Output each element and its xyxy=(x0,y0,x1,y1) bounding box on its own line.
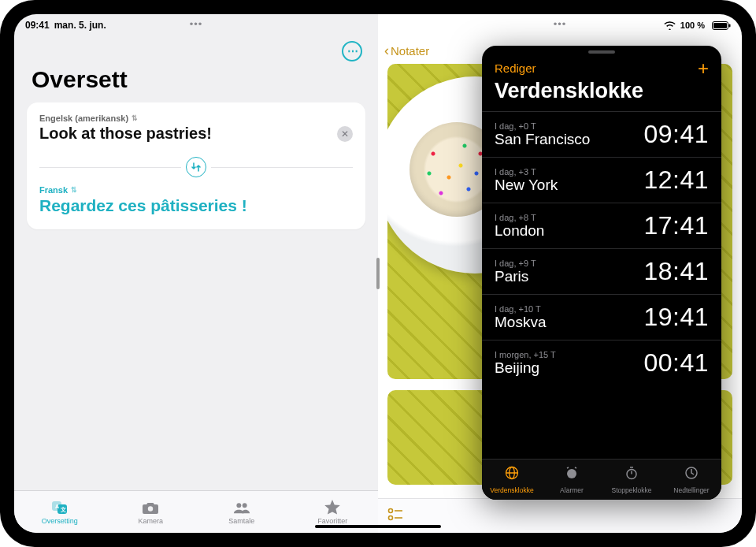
translate-card: Engelsk (amerikansk) ⇅ Look at those pas… xyxy=(27,102,365,229)
tab-translate[interactable]: A文 Oversetting xyxy=(14,491,106,533)
clock-meta: I dag, +9 T xyxy=(495,259,536,268)
clock-slideover: Rediger + Verdensklokke I dag, +0 T San … xyxy=(482,46,721,500)
tab-label: Alarmer xyxy=(560,486,584,494)
clock-time: 19:41 xyxy=(643,303,709,332)
checklist-icon[interactable] xyxy=(387,508,403,525)
world-clock-list[interactable]: I dag, +0 T San Francisco 09:41 I dag, +… xyxy=(482,111,721,459)
clock-city: San Francisco xyxy=(495,131,590,148)
svg-text:A: A xyxy=(55,504,59,509)
svg-point-12 xyxy=(389,515,393,519)
tab-label: Nedtellinger xyxy=(673,486,709,494)
split-view-handle[interactable] xyxy=(376,258,380,289)
camera-icon xyxy=(142,500,159,515)
svg-rect-1 xyxy=(713,23,727,28)
clock-meta: I dag, +0 T xyxy=(495,121,590,131)
screen: 09:41 man. 5. jun. 100 % ••• ⋯ Oversett xyxy=(14,14,742,533)
status-time: 09:41 xyxy=(25,20,50,31)
svg-point-17 xyxy=(567,469,576,478)
chevron-left-icon: ‹ xyxy=(384,43,389,59)
clock-meta: I morgen, +15 T xyxy=(495,350,556,359)
tab-timer[interactable]: Nedtellinger xyxy=(662,460,721,500)
tab-conversation[interactable]: Samtale xyxy=(196,491,287,533)
clock-time: 09:41 xyxy=(643,120,709,149)
multitask-dots-icon[interactable]: ••• xyxy=(190,18,203,30)
notes-back-label: Notater xyxy=(391,44,429,58)
clock-row[interactable]: I morgen, +15 T Beijing 00:41 xyxy=(482,340,721,385)
alarm-icon xyxy=(565,466,579,484)
tab-label: Stoppeklokke xyxy=(611,486,651,494)
divider xyxy=(39,167,181,168)
clock-row[interactable]: I dag, +3 T New York 12:41 xyxy=(482,157,721,203)
tab-label: Samtale xyxy=(228,517,254,525)
tab-world-clock[interactable]: Verdensklokke xyxy=(482,460,542,500)
clock-meta: I dag, +8 T xyxy=(495,213,544,222)
clock-row[interactable]: I dag, +8 T London 17:41 xyxy=(482,203,721,248)
wifi-icon xyxy=(664,21,676,30)
clock-row[interactable]: I dag, +0 T San Francisco 09:41 xyxy=(482,111,721,157)
clock-meta: I dag, +10 T xyxy=(495,304,546,314)
battery-icon xyxy=(712,21,731,30)
clock-city: Beijing xyxy=(495,359,556,377)
clock-meta: I dag, +3 T xyxy=(495,167,558,177)
stopwatch-icon xyxy=(624,466,639,484)
source-language-label: Engelsk (amerikansk) xyxy=(39,113,128,123)
chevron-updown-icon: ⇅ xyxy=(132,114,138,122)
tab-label: Kamera xyxy=(138,517,163,525)
target-text: Regardez ces pâtisseries ! xyxy=(39,196,353,215)
edit-button[interactable]: Rediger xyxy=(495,61,536,76)
clock-time: 00:41 xyxy=(643,348,709,378)
clock-time: 18:41 xyxy=(643,257,709,286)
add-clock-button[interactable]: + xyxy=(698,61,709,76)
people-icon xyxy=(233,500,250,515)
target-language-label: Fransk xyxy=(39,185,68,195)
clock-city: New York xyxy=(495,177,558,194)
svg-text:文: 文 xyxy=(60,506,66,513)
svg-point-8 xyxy=(236,503,241,508)
globe-icon xyxy=(505,466,519,484)
translate-app-pane: ••• ⋯ Oversett Engelsk (amerikansk) ⇅ Lo… xyxy=(14,14,378,533)
tab-stopwatch[interactable]: Stoppeklokke xyxy=(602,460,662,500)
source-text[interactable]: Look at those pastries! xyxy=(39,125,212,143)
timer-icon xyxy=(684,466,699,484)
svg-point-10 xyxy=(389,508,393,512)
tab-alarm[interactable]: Alarmer xyxy=(542,460,602,500)
divider xyxy=(211,167,353,168)
multitask-dots-icon[interactable]: ••• xyxy=(554,18,567,30)
star-icon xyxy=(324,500,341,515)
world-clock-title: Verdensklokke xyxy=(482,77,721,111)
target-language-picker[interactable]: Fransk ⇅ xyxy=(39,185,353,195)
clear-text-button[interactable]: ✕ xyxy=(337,126,353,142)
svg-point-7 xyxy=(148,506,153,511)
chevron-updown-icon: ⇅ xyxy=(71,186,77,194)
clock-row[interactable]: I dag, +10 T Moskva 19:41 xyxy=(482,294,721,340)
clock-tabbar: Verdensklokke Alarmer Stoppeklokke xyxy=(482,459,721,500)
svg-rect-2 xyxy=(729,24,731,27)
clock-city: London xyxy=(495,222,544,240)
tab-camera[interactable]: Kamera xyxy=(106,491,197,533)
tab-label: Favoritter xyxy=(317,517,347,525)
source-language-picker[interactable]: Engelsk (amerikansk) ⇅ xyxy=(39,113,353,123)
status-date: man. 5. jun. xyxy=(54,20,106,31)
swap-languages-button[interactable] xyxy=(186,157,206,177)
tab-label: Verdensklokke xyxy=(490,486,533,494)
home-indicator[interactable] xyxy=(315,525,441,528)
clock-city: Paris xyxy=(495,268,536,285)
tab-label: Oversetting xyxy=(42,517,78,525)
svg-point-9 xyxy=(242,503,246,508)
clock-city: Moskva xyxy=(495,314,546,331)
clock-row[interactable]: I dag, +9 T Paris 18:41 xyxy=(482,248,721,294)
clock-time: 12:41 xyxy=(643,166,709,195)
ipad-frame: 09:41 man. 5. jun. 100 % ••• ⋯ Oversett xyxy=(0,0,756,547)
status-bar: 09:41 man. 5. jun. 100 % xyxy=(14,14,742,33)
translate-title: Oversett xyxy=(14,61,378,102)
battery-percent: 100 % xyxy=(680,20,705,30)
more-options-button[interactable]: ⋯ xyxy=(342,41,362,61)
clock-time: 17:41 xyxy=(643,211,709,240)
translate-icon: A文 xyxy=(51,500,69,515)
